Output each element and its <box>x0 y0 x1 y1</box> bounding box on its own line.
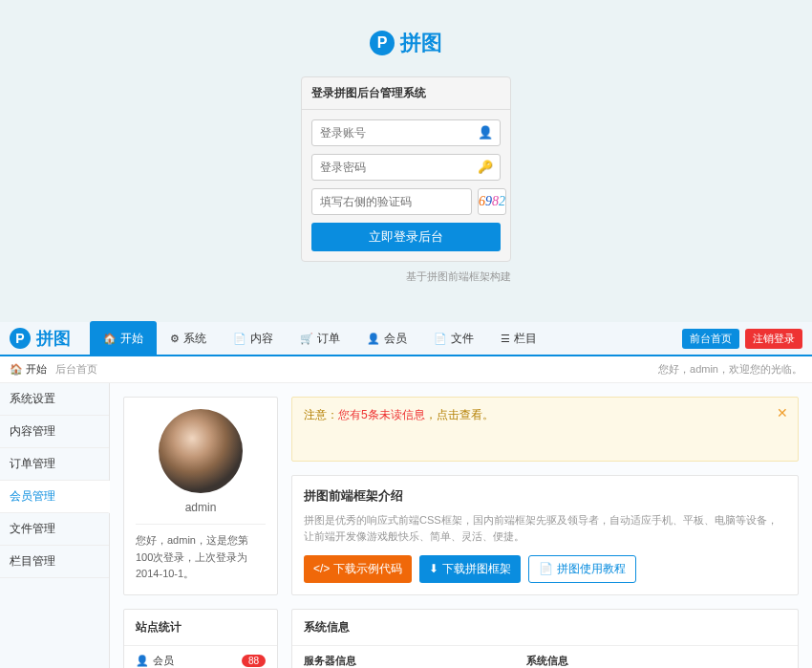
nav-item-1[interactable]: ⚙系统 <box>157 321 220 356</box>
avatar <box>159 409 243 493</box>
logo-text: 拼图 <box>400 29 442 57</box>
close-icon[interactable]: ✕ <box>777 405 788 420</box>
breadcrumb: 🏠 开始 后台首页 您好，admin，欢迎您的光临。 <box>0 356 812 383</box>
username-input[interactable] <box>311 119 501 146</box>
stat-badge: 88 <box>242 655 266 667</box>
intro-desc: 拼图是优秀的响应式前端CSS框架，国内前端框架先驱及领导者，自动适应手机、平板、… <box>304 512 786 546</box>
stat-row[interactable]: 👤会员88 <box>124 646 277 668</box>
front-page-button[interactable]: 前台首页 <box>682 329 739 349</box>
logo: P 拼图 <box>370 29 442 57</box>
admin-logo[interactable]: P 拼图 <box>10 327 71 350</box>
nav-item-2[interactable]: 📄内容 <box>220 321 287 356</box>
topbar: P 拼图 🏠开始⚙系统📄内容🛒订单👤会员📄文件☰栏目 前台首页 注销登录 <box>0 322 812 356</box>
nav-label: 系统 <box>183 331 206 347</box>
profile-card: admin 您好，admin，这是您第100次登录，上次登录为2014-10-1… <box>123 397 278 595</box>
nav-item-6[interactable]: ☰栏目 <box>487 321 550 356</box>
logo-text: 拼图 <box>36 327 71 350</box>
password-input[interactable] <box>311 154 501 181</box>
alert-highlight[interactable]: 您有5条未读信息 <box>338 408 425 421</box>
captcha-image[interactable]: 6982 <box>478 188 506 215</box>
captcha-input[interactable] <box>311 188 472 215</box>
nav-icon: 📄 <box>434 333 447 345</box>
logo-icon: P <box>370 31 395 55</box>
login-panel-title: 登录拼图后台管理系统 <box>302 77 510 110</box>
nav-label: 栏目 <box>514 331 537 347</box>
sysinfo-card: 系统信息 服务器信息 系统信息 操作系统：Windows 2008系统开发：拼图… <box>291 609 799 668</box>
logout-button[interactable]: 注销登录 <box>745 329 802 349</box>
sidebar-item-5[interactable]: 栏目管理 <box>0 546 109 578</box>
nav-icon: 🛒 <box>300 333 313 345</box>
download-sample-button[interactable]: </> 下载示例代码 <box>304 555 412 583</box>
alert-banner: 注意：您有5条未读信息，点击查看。 ✕ <box>291 397 799 462</box>
profile-message: 您好，admin，这是您第100次登录，上次登录为2014-10-1。 <box>136 532 266 583</box>
stat-label: 会员 <box>153 655 174 666</box>
sysinfo-title: 系统信息 <box>292 610 798 646</box>
sidebar: 系统设置内容管理订单管理会员管理文件管理栏目管理 <box>0 383 110 668</box>
tutorial-button[interactable]: 📄 拼图使用教程 <box>528 555 636 583</box>
stat-icon: 👤 <box>136 655 149 666</box>
nav-icon: ⚙ <box>170 333 180 345</box>
nav-icon: ☰ <box>501 333 510 345</box>
stats-card: 站点统计 👤会员88📄文件828🛒订单828📄内容828🗄数据库828 <box>123 609 278 668</box>
intro-title: 拼图前端框架介绍 <box>304 487 786 505</box>
login-button[interactable]: 立即登录后台 <box>311 223 501 251</box>
nav-label: 内容 <box>250 331 273 347</box>
nav-item-5[interactable]: 📄文件 <box>420 321 487 356</box>
sysinfo-col2: 系统信息 <box>515 646 798 668</box>
logo-icon: P <box>10 328 31 349</box>
nav-icon: 👤 <box>367 333 380 345</box>
nav-label: 开始 <box>120 331 143 347</box>
profile-name: admin <box>136 501 266 514</box>
sidebar-item-1[interactable]: 内容管理 <box>0 416 109 448</box>
breadcrumb-home[interactable]: 🏠 开始 <box>10 362 47 377</box>
key-icon: 🔑 <box>478 160 493 174</box>
sidebar-item-0[interactable]: 系统设置 <box>0 383 109 416</box>
sidebar-item-4[interactable]: 文件管理 <box>0 513 109 546</box>
breadcrumb-current: 后台首页 <box>55 363 97 375</box>
sysinfo-col1: 服务器信息 <box>292 646 515 668</box>
welcome-text: 您好，admin，欢迎您的光临。 <box>658 362 802 377</box>
nav-item-4[interactable]: 👤会员 <box>353 321 420 356</box>
intro-card: 拼图前端框架介绍 拼图是优秀的响应式前端CSS框架，国内前端框架先驱及领导者，自… <box>291 475 799 595</box>
download-framework-button[interactable]: ⬇ 下载拼图框架 <box>419 555 521 583</box>
login-panel: 登录拼图后台管理系统 👤 🔑 6982 立即登录后台 <box>301 76 511 262</box>
nav-icon: 📄 <box>233 333 246 345</box>
nav-label: 文件 <box>451 331 474 347</box>
nav-icon: 🏠 <box>103 333 117 345</box>
stats-title: 站点统计 <box>124 610 277 646</box>
nav-label: 会员 <box>384 331 407 347</box>
user-icon: 👤 <box>478 125 493 140</box>
nav-item-0[interactable]: 🏠开始 <box>90 321 157 356</box>
sidebar-item-2[interactable]: 订单管理 <box>0 448 109 481</box>
nav-item-3[interactable]: 🛒订单 <box>287 321 353 356</box>
nav-label: 订单 <box>317 331 340 347</box>
sidebar-item-3[interactable]: 会员管理 <box>0 481 110 513</box>
login-footer: 基于拼图前端框架构建 <box>301 269 511 284</box>
